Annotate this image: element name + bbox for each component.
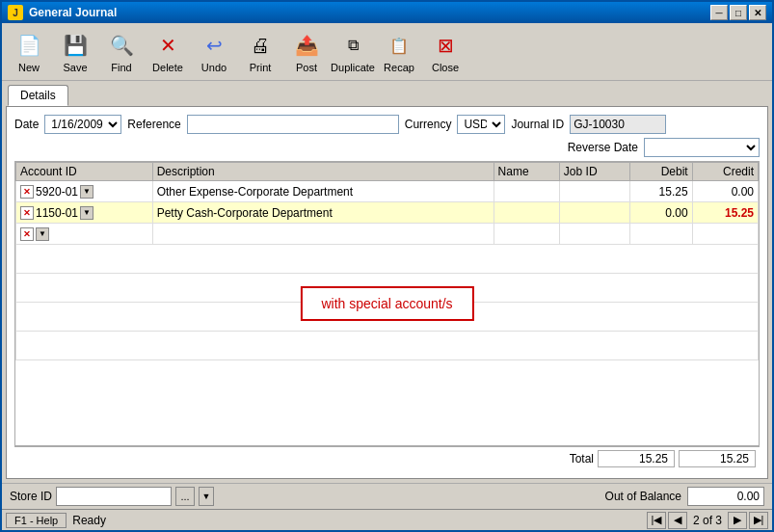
reference-input[interactable] — [187, 115, 399, 134]
undo-icon: ↩ — [199, 30, 229, 61]
account-dropdown[interactable]: ▼ — [36, 227, 49, 241]
col-account-id: Account ID — [16, 163, 153, 181]
name-cell — [494, 181, 559, 202]
table-header-row: Account ID Description Name Job ID Debit… — [16, 163, 759, 181]
debit-cell — [629, 224, 692, 245]
row-delete-icon[interactable]: ✕ — [20, 185, 34, 199]
title-bar: J General Journal ─ □ ✕ — [2, 2, 772, 23]
undo-label: Undo — [201, 62, 227, 73]
close-button[interactable]: ✕ — [749, 5, 766, 20]
nav-prev-button[interactable]: ◀ — [668, 512, 687, 529]
reference-label: Reference — [127, 118, 180, 131]
undo-button[interactable]: ↩ Undo — [193, 27, 235, 76]
nav-next-button[interactable]: ▶ — [728, 512, 747, 529]
special-accounts-message: with special account/s — [300, 286, 473, 321]
delete-button[interactable]: ✕ Delete — [147, 27, 189, 76]
window-controls: ─ □ ✕ — [710, 5, 766, 20]
main-window: J General Journal ─ □ ✕ 📄 New 💾 Save 🔍 F… — [0, 0, 774, 532]
table-row-empty — [16, 245, 759, 274]
date-label: Date — [14, 118, 39, 131]
currency-select[interactable]: USD — [457, 115, 505, 134]
bottom-bar: Store ID ... ▼ Out of Balance — [2, 483, 772, 509]
form-row-2: Reverse Date — [14, 138, 760, 157]
account-id-cell: ✕ 1150-01 ▼ — [16, 202, 153, 224]
find-button[interactable]: 🔍 Find — [100, 27, 143, 76]
post-icon: 📤 — [291, 30, 322, 61]
description-cell: Petty Cash-Corporate Department — [152, 202, 494, 224]
total-label: Total — [570, 452, 594, 466]
col-debit: Debit — [629, 163, 692, 181]
content-area: Date 1/16/2009 Reference Currency USD Jo… — [6, 106, 768, 479]
credit-cell: 0.00 — [692, 181, 758, 202]
total-row: Total 15.25 15.25 — [14, 446, 760, 470]
nav-last-button[interactable]: ▶| — [749, 512, 768, 529]
tab-details[interactable]: Details — [8, 85, 68, 106]
recap-button[interactable]: 📋 Recap — [378, 27, 420, 76]
form-row-1: Date 1/16/2009 Reference Currency USD Jo… — [14, 115, 760, 134]
total-credit: 15.25 — [679, 450, 756, 467]
minimize-button[interactable]: ─ — [710, 5, 728, 20]
credit-cell — [692, 224, 758, 245]
debit-cell: 15.25 — [629, 181, 692, 202]
recap-icon: 📋 — [384, 30, 414, 61]
print-button[interactable]: 🖨 Print — [239, 27, 281, 76]
col-name: Name — [494, 163, 559, 181]
tab-area: Details — [2, 81, 772, 106]
journal-id-label: Journal ID — [511, 118, 564, 131]
post-label: Post — [296, 62, 317, 73]
print-label: Print — [250, 62, 272, 73]
journal-id-input — [570, 115, 666, 134]
date-select[interactable]: 1/16/2009 — [44, 115, 121, 134]
account-dropdown[interactable]: ▼ — [80, 185, 93, 199]
store-browse-button[interactable]: ... — [175, 487, 195, 506]
table-row: ✕ 1150-01 ▼ Petty Cash-Corporate Departm… — [16, 202, 759, 224]
find-label: Find — [111, 62, 131, 73]
app-icon: J — [8, 5, 23, 20]
print-icon: 🖨 — [245, 30, 276, 61]
recap-label: Recap — [384, 62, 414, 73]
save-icon: 💾 — [60, 30, 91, 61]
account-id-value: 5920-01 — [36, 185, 78, 199]
total-debit: 15.25 — [598, 450, 675, 467]
job-id-cell — [559, 202, 629, 224]
col-job-id: Job ID — [559, 163, 629, 181]
account-id-cell: ✕ ▼ — [16, 224, 153, 245]
status-text: Ready — [72, 514, 641, 527]
post-button[interactable]: 📤 Post — [285, 27, 328, 76]
name-cell — [494, 224, 559, 245]
new-icon: 📄 — [13, 30, 44, 61]
journal-table-container: Account ID Description Name Job ID Debit… — [14, 161, 760, 446]
new-button[interactable]: 📄 New — [8, 27, 50, 76]
find-icon: 🔍 — [106, 30, 137, 61]
status-bar: F1 - Help Ready |◀ ◀ 2 of 3 ▶ ▶| — [2, 509, 772, 530]
row-delete-icon[interactable]: ✕ — [20, 227, 34, 241]
reverse-date-select[interactable] — [644, 138, 760, 157]
col-description: Description — [152, 163, 494, 181]
job-id-cell — [559, 224, 629, 245]
account-id-value: 1150-01 — [36, 206, 78, 220]
reverse-date-label: Reverse Date — [568, 141, 638, 154]
maximize-button[interactable]: □ — [730, 5, 747, 20]
nav-first-button[interactable]: |◀ — [647, 512, 666, 529]
duplicate-button[interactable]: ⧉ Duplicate — [332, 27, 374, 76]
store-dropdown-button[interactable]: ▼ — [199, 487, 214, 506]
row-delete-icon[interactable]: ✕ — [20, 206, 34, 220]
delete-label: Delete — [152, 62, 183, 73]
store-id-label: Store ID — [10, 490, 52, 503]
table-row: ✕ 5920-01 ▼ Other Expense-Corporate Depa… — [16, 181, 759, 202]
job-id-cell — [559, 181, 629, 202]
save-label: Save — [63, 62, 87, 73]
duplicate-icon: ⧉ — [337, 30, 368, 61]
out-of-balance-section: Out of Balance — [605, 487, 764, 506]
description-cell — [152, 224, 494, 245]
col-credit: Credit — [692, 163, 758, 181]
currency-label: Currency — [405, 118, 452, 131]
save-button[interactable]: 💾 Save — [54, 27, 96, 76]
help-button[interactable]: F1 - Help — [6, 513, 67, 528]
store-id-input[interactable] — [56, 487, 172, 506]
duplicate-label: Duplicate — [331, 62, 375, 73]
account-dropdown[interactable]: ▼ — [80, 206, 93, 220]
debit-cell: 0.00 — [629, 202, 692, 224]
close-toolbar-button[interactable]: ⊠ Close — [424, 27, 467, 76]
store-id-section: Store ID ... ▼ — [10, 487, 598, 506]
